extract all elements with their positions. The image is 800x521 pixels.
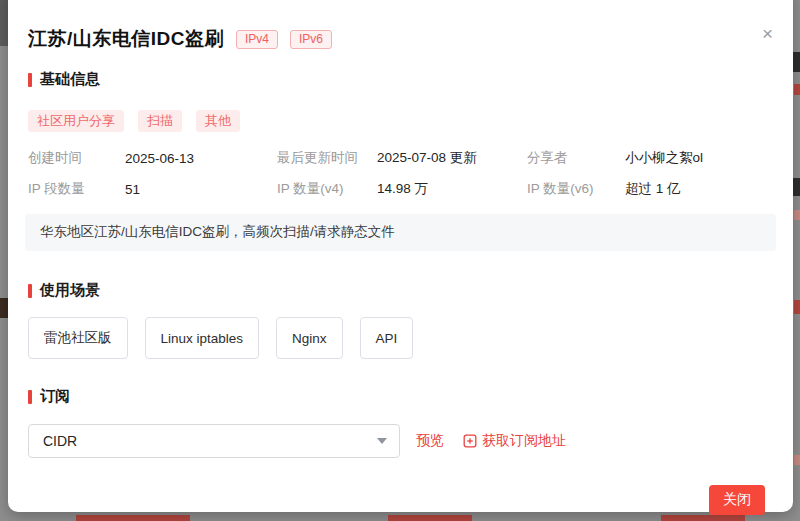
field-value: 14.98 万 xyxy=(377,180,527,198)
field-label: 最后更新时间 xyxy=(277,149,377,167)
close-button[interactable]: 关闭 xyxy=(709,485,765,515)
usage-heading-label: 使用场景 xyxy=(40,281,100,300)
field-value: 小小柳之絮ol xyxy=(625,149,773,167)
background-page-fragment xyxy=(794,84,800,95)
page-viewport: 江苏/山东电信IDC盗刷 IPv4 IPv6 × 基础信息 社区用户分享 扫描 … xyxy=(0,0,800,521)
scenario-button-api[interactable]: API xyxy=(360,317,414,359)
background-page-fragment xyxy=(793,178,800,196)
section-bar-icon xyxy=(28,73,32,87)
chevron-down-icon xyxy=(377,438,387,444)
copy-plus-icon xyxy=(463,434,477,448)
preview-link[interactable]: 预览 xyxy=(416,432,444,450)
section-bar-icon xyxy=(28,284,32,298)
subscribe-heading: 订阅 xyxy=(28,387,773,406)
tags-row: 社区用户分享 扫描 其他 xyxy=(28,110,773,132)
field-label: IP 段数量 xyxy=(28,180,125,198)
background-page-fragment xyxy=(661,515,745,521)
tag-other: 其他 xyxy=(196,110,240,132)
scenario-button-linux-iptables[interactable]: Linux iptables xyxy=(145,317,260,359)
modal-footer: 关闭 xyxy=(28,485,773,515)
ipv4-badge: IPv4 xyxy=(236,30,278,49)
basic-info-heading-label: 基础信息 xyxy=(40,70,100,89)
field-label: 创建时间 xyxy=(28,149,125,167)
info-grid: 创建时间 2025-06-13 最后更新时间 2025-07-08 更新 分享者… xyxy=(28,149,773,198)
subscribe-heading-label: 订阅 xyxy=(40,387,70,406)
usage-heading: 使用场景 xyxy=(28,281,773,300)
background-page-fragment xyxy=(0,298,8,318)
tag-scan: 扫描 xyxy=(138,110,182,132)
close-icon[interactable]: × xyxy=(762,24,773,43)
ipv6-badge: IPv6 xyxy=(290,30,332,49)
basic-info-heading: 基础信息 xyxy=(28,70,773,89)
scenario-button-safeline[interactable]: 雷池社区版 xyxy=(28,317,128,359)
field-label: IP 数量(v6) xyxy=(527,180,625,198)
field-value: 2025-06-13 xyxy=(125,151,277,166)
background-page-fragment xyxy=(794,455,800,465)
modal-header: 江苏/山东电信IDC盗刷 IPv4 IPv6 × xyxy=(28,26,773,52)
scenario-row: 雷池社区版 Linux iptables Nginx API xyxy=(28,317,773,359)
tag-community-share: 社区用户分享 xyxy=(28,110,124,132)
background-page-fragment xyxy=(388,515,472,521)
section-bar-icon xyxy=(28,390,32,404)
field-label: IP 数量(v4) xyxy=(277,180,377,198)
format-select-value: CIDR xyxy=(43,433,77,449)
detail-modal: 江苏/山东电信IDC盗刷 IPv4 IPv6 × 基础信息 社区用户分享 扫描 … xyxy=(8,0,793,512)
subscribe-row: CIDR 预览 获取订阅地址 xyxy=(28,424,773,458)
description-box: 华东地区江苏/山东电信IDC盗刷，高频次扫描/请求静态文件 xyxy=(25,214,776,251)
get-subscription-url-link[interactable]: 获取订阅地址 xyxy=(463,432,566,450)
field-value: 2025-07-08 更新 xyxy=(377,149,527,167)
scenario-button-nginx[interactable]: Nginx xyxy=(276,317,343,359)
background-page-fragment xyxy=(794,300,800,314)
get-subscription-url-label: 获取订阅地址 xyxy=(482,432,566,450)
modal-title: 江苏/山东电信IDC盗刷 xyxy=(28,26,224,52)
field-value: 超过 1 亿 xyxy=(625,180,773,198)
field-label: 分享者 xyxy=(527,149,625,167)
field-value: 51 xyxy=(125,182,277,197)
background-page-fragment xyxy=(793,52,800,72)
background-page-fragment xyxy=(794,210,800,220)
background-page-fragment xyxy=(0,0,8,46)
background-page-fragment xyxy=(76,515,190,521)
format-select[interactable]: CIDR xyxy=(28,424,400,458)
